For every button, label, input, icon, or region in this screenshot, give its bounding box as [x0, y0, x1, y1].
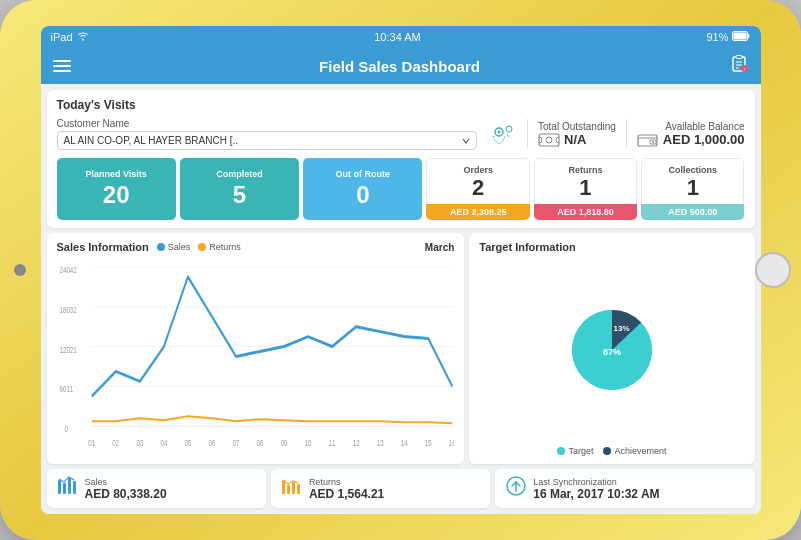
- returns-legend: Returns: [198, 242, 241, 252]
- customer-label: Customer Name: [57, 118, 478, 129]
- svg-text:16: 16: [448, 436, 454, 448]
- svg-text:0: 0: [64, 423, 68, 435]
- battery-pct: 91%: [706, 31, 728, 43]
- sales-summary-icon: [57, 476, 79, 501]
- returns-summary-card: Returns AED 1,564.21: [271, 469, 490, 508]
- target-title: Target Information: [479, 241, 744, 253]
- header-title: Field Sales Dashboard: [71, 58, 729, 75]
- outstanding-label: Total Outstanding: [538, 121, 616, 132]
- svg-text:15: 15: [424, 436, 431, 448]
- planned-value: 20: [103, 181, 130, 209]
- target-legend-label: Target: [568, 446, 593, 456]
- home-button[interactable]: [755, 252, 791, 288]
- svg-text:6011: 6011: [59, 383, 73, 395]
- sales-legend-label: Sales: [168, 242, 191, 252]
- svg-text:!: !: [743, 67, 744, 72]
- pie-container: 87% 13%: [479, 257, 744, 442]
- returns-summary-label: Returns: [309, 477, 384, 487]
- svg-rect-53: [292, 482, 295, 494]
- svg-text:24042: 24042: [59, 263, 77, 275]
- line-chart-svg: 24042 18032 12021 6011 0: [57, 257, 455, 456]
- svg-text:18032: 18032: [59, 303, 77, 315]
- svg-rect-54: [297, 484, 300, 494]
- svg-text:10: 10: [304, 436, 311, 448]
- returns-legend-label: Returns: [209, 242, 241, 252]
- svg-text:02: 02: [112, 436, 119, 448]
- customer-select[interactable]: AL AIN CO-OP, AL HAYER BRANCH [..: [57, 131, 478, 150]
- app-header: Field Sales Dashboard !: [41, 48, 761, 84]
- sync-icon: [505, 475, 527, 502]
- orders-sub: AED 2,308.25: [426, 204, 529, 220]
- chevron-down-icon: [462, 137, 470, 145]
- completed-label: Completed: [216, 169, 263, 179]
- tablet-screen: iPad 10:34 AM 91%: [41, 26, 761, 514]
- svg-text:05: 05: [184, 436, 191, 448]
- sales-chart-card: Sales Information Sales Returns March: [47, 233, 465, 464]
- clipboard-button[interactable]: !: [729, 54, 749, 78]
- tablet-frame: iPad 10:34 AM 91%: [0, 0, 801, 540]
- orders-label: Orders: [463, 165, 493, 175]
- returns-value: 1: [579, 175, 591, 201]
- outstanding-value: N/A: [564, 132, 586, 147]
- svg-point-14: [546, 137, 552, 143]
- orders-card: Orders 2 AED 2,308.25: [426, 158, 529, 220]
- collections-card: Collections 1 AED 500.00: [641, 158, 744, 220]
- pie-legend: Target Achievement: [479, 446, 744, 456]
- sales-summary-value: AED 80,338.20: [85, 487, 167, 501]
- svg-text:12: 12: [352, 436, 359, 448]
- balance-value: AED 1,000.00: [663, 132, 745, 147]
- pie-chart-svg: 87% 13%: [562, 300, 662, 400]
- svg-point-12: [506, 126, 512, 132]
- status-time: 10:34 AM: [374, 31, 420, 43]
- svg-text:13: 13: [376, 436, 383, 448]
- cash-icon: [538, 132, 560, 148]
- planned-label: Planned Visits: [85, 169, 146, 179]
- svg-text:07: 07: [232, 436, 239, 448]
- returns-summary-icon: [281, 476, 303, 501]
- customer-value: AL AIN CO-OP, AL HAYER BRANCH [..: [64, 135, 459, 146]
- returns-sub: AED 1,818.80: [534, 204, 637, 220]
- svg-rect-48: [63, 483, 66, 494]
- sync-label: Last Synchronization: [533, 477, 659, 487]
- svg-rect-49: [68, 478, 71, 494]
- target-legend-item: Target: [557, 446, 593, 456]
- sales-legend: Sales: [157, 242, 191, 252]
- svg-text:12021: 12021: [59, 343, 77, 355]
- location-icon: [487, 122, 517, 146]
- sales-summary-label: Sales: [85, 477, 167, 487]
- battery-icon: [732, 31, 750, 43]
- svg-point-11: [498, 131, 501, 134]
- collections-sub: AED 500.00: [641, 204, 744, 220]
- wifi-icon: [77, 31, 89, 43]
- summary-row: Sales AED 80,338.20: [47, 469, 755, 508]
- sync-value: 16 Mar, 2017 10:32 AM: [533, 487, 659, 501]
- svg-rect-1: [748, 34, 750, 38]
- sales-summary-card: Sales AED 80,338.20: [47, 469, 266, 508]
- svg-rect-2: [734, 33, 747, 40]
- planned-visits-card: Planned Visits 20: [57, 158, 176, 220]
- svg-text:14: 14: [400, 436, 407, 448]
- visits-title: Today's Visits: [57, 98, 745, 112]
- sales-chart-title: Sales Information: [57, 241, 149, 253]
- menu-button[interactable]: [53, 60, 71, 72]
- tablet-dot: [14, 264, 26, 276]
- svg-text:13%: 13%: [613, 324, 629, 333]
- achievement-legend-label: Achievement: [614, 446, 666, 456]
- completed-value: 5: [233, 181, 246, 209]
- status-bar: iPad 10:34 AM 91%: [41, 26, 761, 48]
- svg-text:06: 06: [208, 436, 215, 448]
- out-route-card: Out of Route 0: [303, 158, 422, 220]
- sync-card: Last Synchronization 16 Mar, 2017 10:32 …: [495, 469, 754, 508]
- svg-text:08: 08: [256, 436, 263, 448]
- collections-value: 1: [687, 175, 699, 201]
- svg-text:11: 11: [328, 436, 335, 448]
- svg-rect-4: [736, 56, 742, 59]
- returns-summary-value: AED 1,564.21: [309, 487, 384, 501]
- out-route-value: 0: [356, 181, 369, 209]
- visits-card: Today's Visits Customer Name AL AIN CO-O…: [47, 90, 755, 228]
- orders-value: 2: [472, 175, 484, 201]
- main-content: Today's Visits Customer Name AL AIN CO-O…: [41, 84, 761, 514]
- balance-label: Available Balance: [637, 121, 745, 132]
- achievement-legend-item: Achievement: [603, 446, 666, 456]
- svg-point-17: [652, 141, 654, 143]
